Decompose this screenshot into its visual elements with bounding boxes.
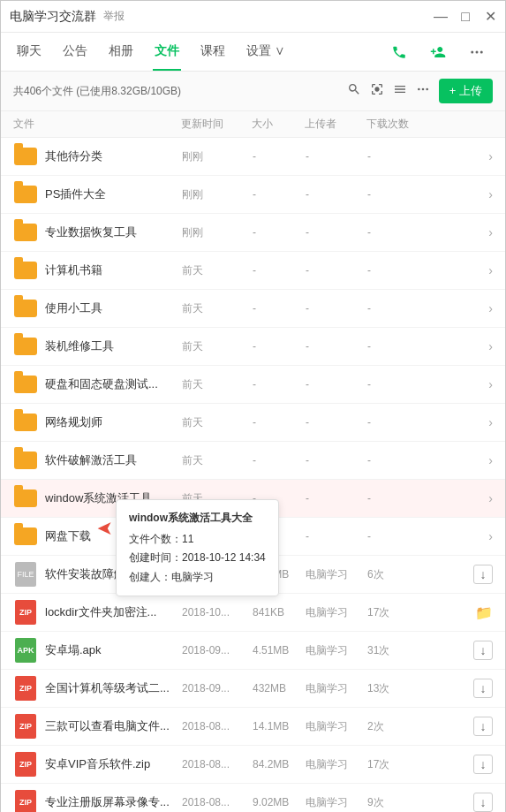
nav-settings[interactable]: 设置 ∨ [245, 33, 287, 71]
file-size: 4.51MB [253, 644, 306, 656]
file-downloads: - [367, 492, 416, 505]
file-time: 前天 [182, 263, 253, 278]
file-time: 刚刚 [182, 149, 253, 164]
file-size: - [253, 416, 306, 429]
table-row[interactable]: 硬盘和固态硬盘测试... 前天 - - - › [1, 366, 505, 404]
file-size: 841KB [253, 606, 306, 618]
table-row[interactable]: APK 安卓塌.apk 2018-09... 4.51MB 电脑学习 31次 ↓ [1, 632, 505, 670]
file-time: 刚刚 [182, 225, 253, 240]
folder-enter-icon[interactable]: › [488, 453, 493, 467]
scan-icon[interactable] [370, 82, 384, 100]
maximize-button[interactable]: □ [459, 11, 472, 23]
folder-icon [13, 258, 38, 283]
toolbar-actions: + 上传 [347, 79, 493, 103]
folder-enter-icon[interactable]: › [488, 377, 493, 391]
download-icon[interactable]: ↓ [473, 755, 493, 774]
folder-enter-icon[interactable]: › [488, 415, 493, 429]
folder-enter-icon[interactable]: › [488, 491, 493, 505]
file-name: 全国计算机等级考试二... [45, 680, 182, 696]
table-row[interactable]: ZIP 专业注册版屏幕录像专... 2018-08... 9.02MB 电脑学习… [1, 784, 505, 812]
folder-icon [13, 144, 38, 169]
nav-course[interactable]: 课程 [199, 33, 227, 71]
table-row[interactable]: ZIP 三款可以查看电脑文件... 2018-08... 14.1MB 电脑学习… [1, 708, 505, 746]
file-time: 2018-09... [182, 644, 253, 656]
close-button[interactable]: ✕ [484, 11, 496, 23]
folder-icon [13, 182, 38, 207]
download-icon[interactable]: ↓ [473, 679, 493, 698]
file-size: - [253, 454, 306, 467]
file-size: 14.1MB [253, 720, 306, 732]
more-icon[interactable] [416, 82, 430, 100]
folder-enter-icon[interactable]: › [488, 225, 493, 239]
file-uploader: 电脑学习 [306, 643, 367, 658]
file-name: 硬盘和固态硬盘测试... [45, 376, 182, 392]
file-name: 三款可以查看电脑文件... [45, 718, 182, 734]
nav-files[interactable]: 文件 [153, 33, 181, 71]
folder-enter-icon[interactable]: › [488, 187, 493, 201]
file-uploader: 电脑学习 [306, 681, 367, 696]
download-icon[interactable]: ↓ [473, 717, 493, 736]
file-size: - [253, 188, 306, 201]
more-options-icon-button[interactable] [463, 38, 491, 66]
header-size: 大小 [252, 117, 305, 132]
file-size: - [253, 150, 306, 163]
table-row[interactable]: 专业数据恢复工具 刚刚 - - - › [1, 214, 505, 252]
folder-enter-icon[interactable]: › [488, 339, 493, 353]
file-time: 2018-10... [182, 606, 253, 618]
header-uploader: 上传者 [305, 117, 366, 132]
search-icon[interactable] [347, 82, 361, 100]
nav-notice[interactable]: 公告 [61, 33, 89, 71]
folder-icon-action[interactable]: 📁 [475, 604, 493, 621]
table-row[interactable]: ZIP lockdir文件夹加密注... 2018-10... 841KB 电脑… [1, 594, 505, 632]
file-downloads: - [367, 454, 416, 467]
nav-chat[interactable]: 聊天 [15, 33, 43, 71]
tooltip-title: window系统激活工具大全 [129, 509, 266, 528]
file-name: PS插件大全 [45, 186, 182, 202]
table-row[interactable]: 使用小工具 前天 - - - › [1, 290, 505, 328]
folder-enter-icon[interactable]: › [488, 263, 493, 277]
table-row[interactable]: ZIP 安卓VIP音乐软件.zip 2018-08... 84.2MB 电脑学习… [1, 746, 505, 784]
folder-icon [13, 486, 38, 511]
minimize-button[interactable]: — [434, 11, 447, 23]
file-downloads: - [367, 264, 416, 277]
file-uploader: 电脑学习 [306, 757, 367, 772]
folder-enter-icon[interactable]: › [488, 149, 493, 163]
folder-enter-icon[interactable]: › [488, 301, 493, 315]
file-uploader: - [306, 188, 367, 201]
phone-icon-button[interactable] [385, 38, 413, 66]
file-time: 前天 [182, 415, 253, 430]
table-row[interactable]: 计算机书籍 前天 - - - › [1, 252, 505, 290]
table-row[interactable]: 软件破解激活工具 前天 - - - › [1, 442, 505, 480]
folder-icon [13, 334, 38, 359]
nav-bar: 聊天 公告 相册 文件 课程 设置 ∨ [1, 33, 505, 72]
file-downloads: 2次 [367, 719, 416, 734]
list-view-icon[interactable] [393, 82, 407, 100]
folder-icon [13, 410, 38, 435]
nav-album[interactable]: 相册 [107, 33, 135, 71]
nav-right [385, 38, 491, 66]
file-time: 2018-09... [182, 682, 253, 694]
report-link[interactable]: 举报 [103, 9, 125, 24]
table-row[interactable]: 网络规划师 前天 - - - › [1, 404, 505, 442]
file-downloads: 31次 [367, 643, 416, 658]
file-uploader: - [306, 302, 367, 315]
download-icon[interactable]: ↓ [473, 793, 493, 812]
title-bar: 电脑学习交流群 举报 — □ ✕ [1, 1, 505, 33]
table-row[interactable]: window系统激活工具... 前天 - - - › ➤ window系统激活工… [1, 480, 505, 518]
table-row[interactable]: PS插件大全 刚刚 - - - › [1, 176, 505, 214]
file-downloads: - [367, 302, 416, 315]
file-downloads: 13次 [367, 681, 416, 696]
table-row[interactable]: 装机维修工具 前天 - - - › [1, 328, 505, 366]
table-row[interactable]: 其他待分类 刚刚 - - - › [1, 138, 505, 176]
folder-enter-icon[interactable]: › [488, 529, 493, 543]
upload-button[interactable]: + 上传 [439, 79, 493, 103]
file-name: 计算机书籍 [45, 262, 182, 278]
file-time: 前天 [182, 377, 253, 392]
file-time: 2018-08... [182, 758, 253, 770]
download-icon[interactable]: ↓ [473, 565, 493, 584]
add-friend-icon-button[interactable] [424, 38, 452, 66]
table-row[interactable]: ZIP 全国计算机等级考试二... 2018-09... 432MB 电脑学习 … [1, 670, 505, 708]
file-name: 软件破解激活工具 [45, 452, 182, 468]
file-size: - [253, 378, 306, 391]
download-icon[interactable]: ↓ [473, 641, 493, 660]
